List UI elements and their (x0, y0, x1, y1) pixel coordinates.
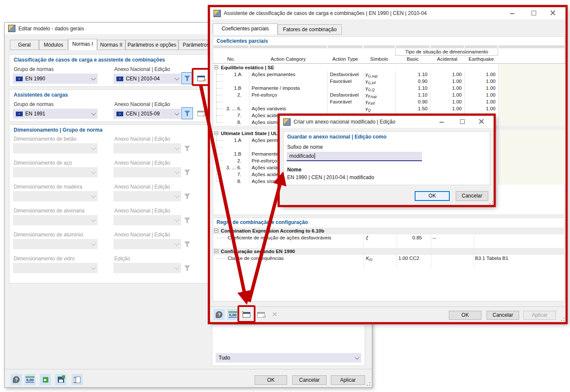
cell-category: Ações permanentes (252, 71, 327, 78)
cell-type: Favorável (330, 98, 362, 105)
cell-no: 1.B (213, 85, 241, 91)
minimize-button[interactable] (439, 118, 445, 124)
design-label: Dimensionamento de vidro (14, 256, 75, 262)
copy-settings-button[interactable] (71, 374, 83, 385)
resize-grip[interactable] (490, 201, 493, 204)
design-annex-combo-disabled (113, 215, 181, 225)
design-standard-combo-disabled (13, 215, 98, 225)
units-decimal-button[interactable]: 0,00 (227, 309, 238, 320)
edit-national-annex-button[interactable] (195, 72, 207, 84)
load-wizard-annex-combo[interactable]: ✦ CEN | 2015-09 (113, 109, 181, 119)
edit-national-annex-button-disabled (195, 107, 207, 119)
copy-settings-icon (74, 377, 80, 383)
table-row[interactable]: 1.BPermanente / impostaγG,Q1.101.001.00 (213, 85, 565, 91)
app-cube-icon (214, 10, 221, 17)
cancel-button[interactable]: Cancelar (292, 375, 327, 385)
load-wizard-standards-combo[interactable]: ✦ EN 1991 (13, 109, 98, 119)
ok-button[interactable]: OK (449, 311, 481, 320)
group-of-standards-combo[interactable]: ✦ EN 1990 (13, 74, 98, 84)
partial-model-button[interactable]: ▶ (40, 374, 51, 385)
collapse-expander[interactable] (214, 65, 218, 69)
tab-normas-ii[interactable]: Normas II (97, 40, 125, 50)
table-row[interactable]: 1.AAções permanentesDesfavorávelγG,sup1.… (213, 71, 565, 78)
table-row[interactable]: Coeficiente de redução de ações desfavor… (213, 234, 565, 241)
apply-button[interactable]: Aplicar (331, 375, 365, 385)
table-group-row[interactable]: Combination Expression According to 6.10… (213, 227, 565, 234)
cell-no: 1.A (213, 137, 241, 144)
tab-normas-i[interactable]: Normas I (68, 39, 97, 50)
design-label: Dimensionamento de aço (14, 160, 72, 166)
suffix-input[interactable]: modificado (287, 152, 422, 161)
filter-annex-button[interactable] (181, 72, 193, 84)
filter-icon (184, 170, 190, 175)
name-value: EN 1990 | CEN | 2010-04 | modificado (287, 174, 374, 180)
cancel-button[interactable]: Cancelar (456, 191, 488, 201)
cell-accidental: 1.00 (430, 105, 462, 112)
cell-type: Desfavorável (330, 71, 362, 78)
design-label: Dimensionamento de alumínio (14, 232, 83, 238)
load-wizards-section: Assistentes de cargas Grupo de normas An… (9, 89, 208, 122)
maximize-button[interactable] (531, 10, 537, 16)
help-button[interactable]: ? (11, 374, 22, 385)
collapse-expander[interactable] (214, 249, 218, 253)
close-button[interactable] (550, 10, 556, 16)
window1-title: Editar modelo - dados gerais (18, 26, 84, 32)
filter-annex-button[interactable] (181, 107, 193, 119)
ok-button[interactable]: OK (415, 191, 450, 201)
resize-grip[interactable] (561, 318, 564, 321)
design-standard-combo-disabled (13, 239, 98, 249)
cell-earthquake: 1.00 (464, 105, 496, 112)
resize-grip[interactable] (367, 382, 370, 386)
cell-accidental: 1.00 (430, 91, 462, 98)
design-standard-combo-disabled (13, 191, 98, 201)
screenshot-stage: Editar modelo - dados gerais GeralMódulo… (0, 0, 570, 392)
collapse-expander[interactable] (214, 229, 218, 233)
chevron-down-icon (91, 76, 96, 80)
minimize-button[interactable] (509, 10, 515, 16)
eu-flag-icon: ✦ (16, 77, 23, 81)
national-annex-combo[interactable]: ✦ CEN | 2010-04 (113, 74, 181, 84)
cancel-button[interactable]: Cancelar (487, 311, 519, 320)
units-decimal-button[interactable]: 0,00 (24, 374, 36, 385)
ok-button[interactable]: OK (255, 375, 287, 385)
maximize-icon (460, 119, 465, 124)
collapse-expander[interactable] (214, 131, 218, 135)
group-label: Configuração segundo EN 1990 (221, 248, 295, 255)
table-row[interactable]: FavorávelγG,inf0.901.001.00 (213, 78, 565, 85)
new-national-annex-button[interactable]: ✦ (241, 309, 252, 320)
maximize-button[interactable] (459, 118, 465, 124)
close-button[interactable] (478, 118, 484, 124)
tab-geral[interactable]: Geral (10, 40, 39, 50)
table-row[interactable]: 2.Pré-esforçoDesfavorávelγP,sup1.101.001… (213, 91, 565, 98)
filter-annex-button-disabled (181, 190, 193, 202)
design-annex-label: Edição (114, 256, 130, 262)
eu-flag-icon: ✦ (116, 112, 123, 116)
minimize-icon (510, 13, 514, 14)
suffix-value: modificado (289, 153, 314, 159)
save-as-template-button[interactable] (55, 374, 66, 385)
tree-stub (217, 147, 223, 147)
comment-filter-combo[interactable]: Tudo (216, 353, 361, 363)
cell-earthquake: 1.00 (464, 91, 496, 98)
cell-accidental: 1.00 (430, 71, 462, 78)
table-group-row[interactable]: Equilíbrio estático | SE (213, 64, 498, 71)
table-row[interactable]: FavorávelγP,inf0.901.001.00 (213, 98, 565, 105)
tab-coeficientes-parciais[interactable]: Coeficientes parciais (213, 24, 278, 35)
tab-fatores-de-combina-o[interactable]: Fatores de combinação (278, 24, 342, 35)
cell-symbol: KFI (366, 255, 394, 263)
tree-stub (217, 102, 223, 102)
save-annex-box: Guardar o anexo nacional | Edição como S… (283, 131, 490, 185)
design-annex-combo-disabled (113, 167, 181, 177)
table-group-row[interactable]: Configuração segundo EN 1990 (213, 248, 565, 255)
table-row[interactable]: Classe de consequênciasKFI1.00 CC2B3.1 T… (213, 255, 565, 262)
tab-par-metros-e-op-es[interactable]: Parâmetros e opções (125, 40, 178, 50)
help-button[interactable]: ? (214, 309, 225, 320)
design-annex-label: Anexo Nacional | Edição (114, 160, 170, 166)
table-row[interactable]: 3. ... 6.Ações variáveisγQ1.501.001.00 (213, 105, 565, 112)
filter-icon (184, 242, 190, 247)
edit-national-annex-icon (197, 111, 205, 116)
design-label: Dimensionamento de betão (14, 136, 77, 142)
tab-m-dulos[interactable]: Módulos (39, 40, 68, 50)
design-annex-combo-disabled (113, 263, 181, 273)
tree-stub (217, 238, 225, 238)
